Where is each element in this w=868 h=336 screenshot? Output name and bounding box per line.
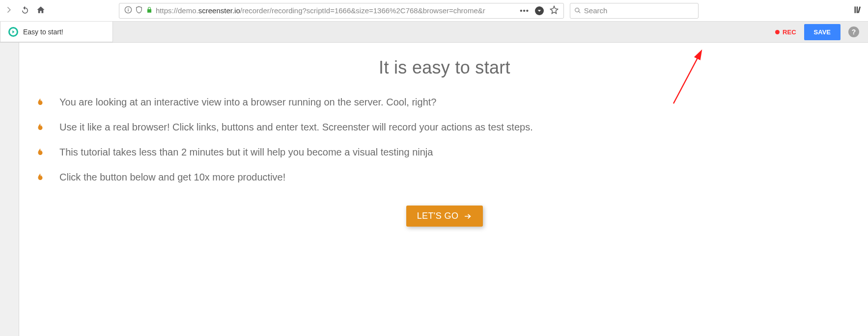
list-item: Use it like a real browser! Click links,… <box>36 122 853 135</box>
arrow-right-icon <box>463 212 472 221</box>
tab-label: Easy to start! <box>23 28 63 36</box>
svg-rect-1 <box>128 9 128 12</box>
browser-chrome: https://demo.screenster.io/recorder/reco… <box>0 0 868 22</box>
address-bar[interactable]: https://demo.screenster.io/recorder/reco… <box>119 3 564 19</box>
bookmark-star-icon[interactable] <box>550 5 559 16</box>
fire-icon <box>36 147 46 160</box>
record-dot-icon <box>775 30 780 34</box>
app-toolbar: Easy to start! REC SAVE ? <box>0 22 868 43</box>
shield-icon[interactable] <box>135 6 143 15</box>
pocket-icon[interactable] <box>535 6 544 15</box>
reload-icon[interactable] <box>21 5 29 16</box>
nav-icons <box>5 5 45 16</box>
rec-indicator[interactable]: REC <box>775 28 796 36</box>
fire-icon <box>36 122 46 135</box>
library-icon[interactable] <box>853 5 863 17</box>
svg-rect-2 <box>128 8 128 8</box>
svg-rect-3 <box>855 6 856 13</box>
tab-easy-to-start[interactable]: Easy to start! <box>0 22 113 42</box>
url-text: https://demo.screenster.io/recorder/reco… <box>156 6 485 15</box>
page-actions-icon[interactable]: ••• <box>520 6 529 15</box>
lock-icon <box>146 6 153 15</box>
help-icon[interactable]: ? <box>848 26 859 37</box>
lets-go-button[interactable]: LET'S GO <box>406 206 483 227</box>
page-title: It is easy to start <box>36 57 853 78</box>
cta-label: LET'S GO <box>417 211 459 221</box>
svg-rect-5 <box>858 6 861 13</box>
forward-icon[interactable] <box>5 5 14 16</box>
rec-label: REC <box>783 28 796 36</box>
bullet-list: You are looking at an interactive view i… <box>36 97 853 185</box>
list-item: You are looking at an interactive view i… <box>36 97 853 110</box>
info-icon[interactable] <box>124 6 132 15</box>
fire-icon <box>36 172 46 185</box>
list-item: This tutorial takes less than 2 minutes … <box>36 147 853 160</box>
search-bar[interactable] <box>570 3 699 19</box>
search-input[interactable] <box>584 6 694 15</box>
svg-rect-4 <box>857 6 858 13</box>
fire-icon <box>36 97 46 110</box>
arrow-right-circle-icon <box>8 27 18 37</box>
list-item: Click the button below and get 10x more … <box>36 172 853 185</box>
recorded-page-viewport: It is easy to start You are looking at a… <box>19 43 868 336</box>
save-button[interactable]: SAVE <box>804 24 840 40</box>
home-icon[interactable] <box>36 5 45 16</box>
